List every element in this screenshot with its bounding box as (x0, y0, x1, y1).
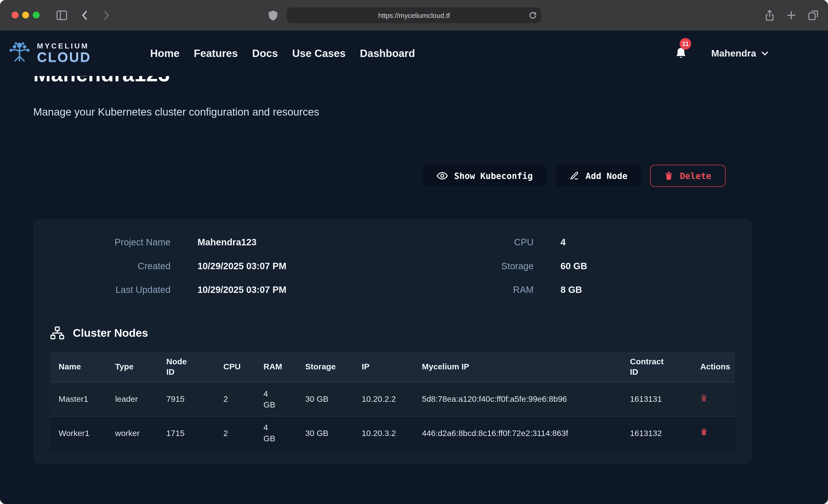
summary-right: CPU 4 Storage 60 GB RAM 8 GB (464, 237, 587, 296)
address-bar[interactable]: https://myceliumcloud.tf (287, 7, 541, 23)
page-subtitle: Manage your Kubernetes cluster configura… (33, 106, 752, 118)
eye-icon (437, 171, 448, 180)
show-kubeconfig-label: Show Kubeconfig (454, 171, 533, 181)
nav-docs[interactable]: Docs (252, 47, 278, 59)
show-kubeconfig-button[interactable]: Show Kubeconfig (422, 165, 547, 187)
logo-line2: CLOUD (37, 50, 91, 65)
back-icon[interactable] (80, 9, 90, 21)
col-name: Name (50, 351, 107, 382)
col-contract-id: Contract ID (622, 351, 692, 382)
detail-value: 60 GB (561, 261, 587, 272)
cell-storage: 30 GB (297, 382, 353, 416)
cell-type: worker (107, 416, 158, 450)
detail-label: Created (50, 261, 170, 272)
user-name: Mahendra (711, 48, 756, 59)
detail-value: 10/29/2025 03:07 PM (197, 285, 286, 296)
detail-value: Mahendra123 (197, 237, 286, 248)
browser-window: https://myceliumcloud.tf (0, 0, 828, 504)
chevron-down-icon (761, 51, 769, 56)
cluster-nodes-table: Name Type Node ID CPU RAM Storage IP Myc… (50, 351, 735, 450)
delete-cluster-button[interactable]: Delete (650, 165, 726, 187)
cell-storage: 30 GB (297, 416, 353, 450)
notification-badge: 11 (679, 38, 691, 50)
detail-label: Last Updated (50, 285, 170, 296)
reload-icon[interactable] (529, 11, 537, 19)
cell-contract-id: 1613131 (622, 382, 692, 416)
cluster-page: Mahendra123 Manage your Kubernetes clust… (0, 76, 828, 464)
col-mycelium-ip: Mycelium IP (413, 351, 621, 382)
cell-actions (692, 416, 735, 450)
detail-label: CPU (464, 237, 533, 248)
detail-label: RAM (464, 285, 533, 296)
cluster-nodes-title: Cluster Nodes (73, 327, 148, 339)
url-text: https://myceliumcloud.tf (378, 11, 450, 19)
trash-icon (665, 171, 673, 180)
summary-left: Project Name Mahendra123 Created 10/29/2… (50, 237, 286, 296)
cluster-nodes-header: Cluster Nodes (50, 326, 735, 340)
delete-node-button[interactable] (700, 394, 708, 402)
col-actions: Actions (692, 351, 735, 382)
cell-mycelium-ip: 446:d2a6:8bcd:8c16:ff0f:72e2:3114:863f (413, 416, 621, 450)
table-row: Worker1 worker 1715 2 4 GB 30 GB 10.20.3… (50, 416, 735, 450)
detail-label: Project Name (50, 237, 170, 248)
forward-icon[interactable] (101, 9, 111, 21)
site-header: MYCELIUM CLOUD Home Features Docs Use Ca… (0, 31, 828, 76)
browser-toolbar: https://myceliumcloud.tf (0, 0, 828, 31)
cell-node-id: 7915 (158, 382, 215, 416)
logo-text: MYCELIUM CLOUD (37, 42, 91, 64)
cluster-details-card: Project Name Mahendra123 Created 10/29/2… (33, 219, 752, 464)
add-node-button[interactable]: Add Node (555, 165, 642, 187)
cell-name: Worker1 (50, 416, 107, 450)
cell-type: leader (107, 382, 158, 416)
nav-dashboard[interactable]: Dashboard (360, 47, 415, 59)
cell-ip: 10.20.3.2 (353, 416, 413, 450)
site-content: MYCELIUM CLOUD Home Features Docs Use Ca… (0, 31, 828, 504)
user-menu[interactable]: Mahendra (711, 48, 769, 59)
cluster-actions: Show Kubeconfig Add Node Delete (33, 165, 726, 187)
detail-value: 4 (561, 237, 587, 248)
cell-ip: 10.20.2.2 (353, 382, 413, 416)
detail-value: 8 GB (561, 285, 587, 296)
trash-icon (700, 427, 708, 436)
logo[interactable]: MYCELIUM CLOUD (7, 42, 91, 65)
col-type: Type (107, 351, 158, 382)
cell-name: Master1 (50, 382, 107, 416)
window-controls (12, 12, 40, 18)
col-node-id: Node ID (158, 351, 215, 382)
new-tab-icon[interactable] (786, 9, 796, 21)
fullscreen-window-button[interactable] (33, 12, 40, 18)
cell-ram: 4 GB (255, 382, 297, 416)
delete-label: Delete (680, 171, 711, 181)
close-window-button[interactable] (12, 12, 18, 18)
col-ip: IP (353, 351, 413, 382)
nav-use-cases[interactable]: Use Cases (292, 47, 346, 59)
add-node-label: Add Node (586, 171, 628, 181)
cell-ram: 4 GB (255, 416, 297, 450)
sidebar-toggle-icon[interactable] (56, 10, 68, 21)
screenshot-stage: https://myceliumcloud.tf (0, 0, 828, 504)
table-row: Master1 leader 7915 2 4 GB 30 GB 10.20.2… (50, 382, 735, 416)
minimize-window-button[interactable] (22, 12, 29, 18)
nav-features[interactable]: Features (194, 47, 238, 59)
delete-node-button[interactable] (700, 427, 708, 436)
cell-cpu: 2 (215, 416, 255, 450)
logo-line1: MYCELIUM (37, 42, 91, 50)
sitemap-icon (50, 326, 64, 340)
shield-icon[interactable] (268, 10, 278, 21)
col-ram: RAM (255, 351, 297, 382)
detail-label: Storage (464, 261, 533, 272)
main-nav: Home Features Docs Use Cases Dashboard (150, 47, 415, 59)
table-header-row: Name Type Node ID CPU RAM Storage IP Myc… (50, 351, 735, 382)
tab-overview-icon[interactable] (808, 9, 819, 21)
cell-node-id: 1715 (158, 416, 215, 450)
trash-icon (700, 394, 708, 402)
mycelium-logo-icon (7, 42, 32, 65)
col-cpu: CPU (215, 351, 255, 382)
col-storage: Storage (297, 351, 353, 382)
detail-value: 10/29/2025 03:07 PM (197, 261, 286, 272)
share-icon[interactable] (764, 9, 775, 21)
screen: https://myceliumcloud.tf (0, 0, 828, 504)
nav-home[interactable]: Home (150, 47, 180, 59)
notifications-button[interactable]: 11 (675, 47, 687, 60)
pencil-icon (570, 171, 579, 180)
